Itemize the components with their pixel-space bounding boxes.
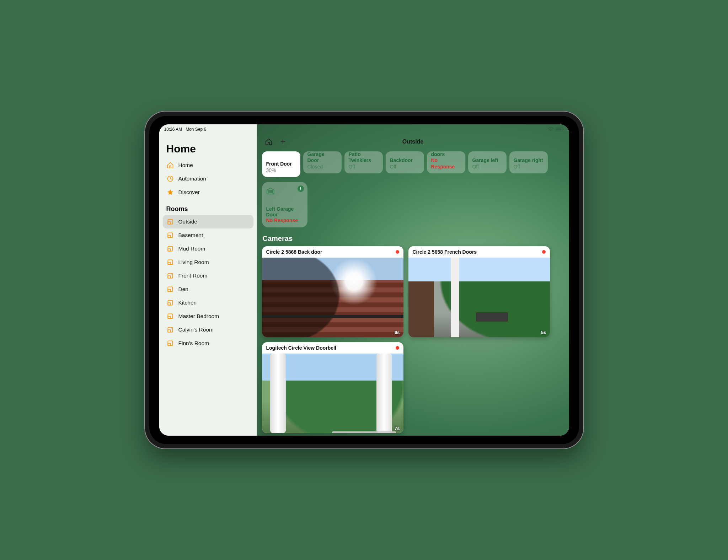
- accessory-status: Closed: [307, 164, 337, 170]
- room-item-label: Kitchen: [178, 300, 197, 306]
- accessory-status: No Response: [431, 157, 461, 170]
- accessory-tile[interactable]: Right Garage DoorClosed: [303, 151, 342, 173]
- camera-name: Logitech Circle View Doorbell: [266, 345, 336, 351]
- cameras-header: Cameras: [262, 230, 564, 246]
- status-date: Mon Sep 6: [186, 127, 206, 132]
- accessory-tile[interactable]: Front Door30%: [262, 151, 300, 177]
- nav-item-home[interactable]: Home: [163, 158, 253, 172]
- sidebar: Home HomeAutomationDiscover Rooms Outsid…: [159, 124, 257, 436]
- accessory-tile[interactable]: French doorsNo Response: [427, 151, 465, 173]
- accessory-name: Front Door: [266, 161, 296, 167]
- nav-item-label: Discover: [178, 189, 200, 195]
- room-item-living-room[interactable]: Living Room: [163, 255, 253, 269]
- accessory-name: Left Garage Door: [266, 206, 303, 217]
- nav-item-label: Automation: [178, 176, 206, 182]
- main-content: Outside Front Door30%Right Garage DoorCl…: [257, 124, 569, 436]
- accessory-name: Backdoor: [390, 157, 420, 164]
- camera-header: Logitech Circle View Doorbell: [262, 342, 403, 354]
- room-item-label: Living Room: [178, 259, 209, 265]
- camera-card[interactable]: Circle 2 5868 Back door9s: [262, 246, 403, 337]
- camera-feed[interactable]: 5s: [408, 258, 550, 337]
- topbar: Outside: [257, 132, 569, 151]
- room-item-label: Front Room: [178, 273, 208, 279]
- room-icon: [166, 245, 174, 253]
- accessory-status: Off: [472, 164, 502, 170]
- room-icon: [166, 231, 174, 239]
- ipad-bezel: 10:26 AM Mon Sep 6 Home HomeAutomationDi…: [149, 116, 579, 444]
- wifi-icon: [548, 127, 553, 131]
- camera-age: 7s: [395, 426, 400, 431]
- camera-header: Circle 2 5868 Back door: [262, 246, 403, 258]
- recording-indicator-icon: [396, 346, 399, 350]
- accessory-name: Right Garage Door: [307, 151, 337, 164]
- svg-rect-2: [556, 128, 561, 130]
- room-icon: [166, 285, 174, 293]
- status-time: 10:26 AM: [164, 127, 182, 132]
- ipad-frame: 10:26 AM Mon Sep 6 Home HomeAutomationDi…: [144, 111, 584, 449]
- recording-indicator-icon: [396, 250, 399, 254]
- room-icon: [166, 326, 174, 334]
- nav-item-discover[interactable]: Discover: [163, 185, 253, 199]
- room-item-master-bedroom[interactable]: Master Bedroom: [163, 309, 253, 323]
- room-item-label: Basement: [178, 232, 203, 238]
- accessory-status: Off: [349, 164, 379, 170]
- recording-indicator-icon: [542, 250, 546, 254]
- room-item-basement[interactable]: Basement: [163, 228, 253, 242]
- warning-badge: !: [298, 185, 304, 192]
- room-item-label: Mud Room: [178, 246, 205, 252]
- camera-card[interactable]: Circle 2 5658 French Doors5s: [408, 246, 550, 337]
- camera-age: 9s: [395, 330, 400, 335]
- battery-icon: [556, 127, 564, 131]
- accessory-status: No Response: [266, 217, 303, 223]
- accessory-status: 30%: [266, 167, 296, 174]
- camera-card[interactable]: Logitech Circle View Doorbell7s: [262, 342, 403, 433]
- accessory-status: Off: [390, 164, 420, 170]
- room-item-outside[interactable]: Outside: [163, 215, 253, 228]
- accessory-tile[interactable]: BackdoorOff: [386, 151, 424, 173]
- rooms-header: Rooms: [163, 199, 253, 215]
- room-item-calvin-s-room[interactable]: Calvin's Room: [163, 323, 253, 336]
- accessory-tile-large[interactable]: !Left Garage DoorNo Response: [262, 182, 307, 227]
- content-scroll[interactable]: Front Door30%Right Garage DoorClosedPati…: [257, 151, 569, 436]
- svg-rect-1: [563, 129, 564, 130]
- room-item-den[interactable]: Den: [163, 282, 253, 296]
- room-item-finn-s-room[interactable]: Finn's Room: [163, 336, 253, 350]
- accessory-name: Patio Twinklers: [349, 151, 379, 164]
- room-icon: [166, 312, 174, 320]
- add-button[interactable]: [278, 136, 288, 147]
- room-item-label: Outside: [178, 219, 197, 225]
- star-icon: [166, 188, 174, 196]
- accessory-tile[interactable]: Garage leftOff: [468, 151, 507, 173]
- room-item-front-room[interactable]: Front Room: [163, 269, 253, 282]
- camera-name: Circle 2 5658 French Doors: [413, 249, 477, 255]
- camera-feed[interactable]: 7s: [262, 354, 403, 433]
- screen: 10:26 AM Mon Sep 6 Home HomeAutomationDi…: [159, 124, 569, 436]
- nav-item-label: Home: [178, 162, 193, 168]
- camera-header: Circle 2 5658 French Doors: [408, 246, 550, 258]
- room-item-label: Finn's Room: [178, 340, 209, 346]
- nav-item-automation[interactable]: Automation: [163, 172, 253, 185]
- accessory-name: Garage right: [514, 157, 544, 164]
- room-icon: [166, 272, 174, 280]
- home-icon: [166, 161, 174, 169]
- accessory-tile[interactable]: Patio TwinklersOff: [344, 151, 383, 173]
- room-icon: [166, 299, 174, 307]
- home-button[interactable]: [263, 136, 274, 147]
- room-item-label: Master Bedroom: [178, 313, 219, 319]
- room-icon: [166, 258, 174, 266]
- room-icon: [166, 339, 174, 347]
- accessory-name: French doors: [431, 151, 461, 157]
- camera-name: Circle 2 5868 Back door: [266, 249, 322, 255]
- home-indicator[interactable]: [332, 431, 396, 433]
- room-icon: [166, 218, 174, 226]
- accessory-status: Off: [514, 164, 544, 170]
- accessory-name: Garage left: [472, 157, 502, 164]
- accessory-tile[interactable]: Garage rightOff: [509, 151, 548, 173]
- room-item-mud-room[interactable]: Mud Room: [163, 242, 253, 255]
- page-title: Outside: [257, 139, 569, 145]
- room-item-kitchen[interactable]: Kitchen: [163, 296, 253, 309]
- status-bar: 10:26 AM Mon Sep 6: [159, 124, 569, 133]
- room-item-label: Calvin's Room: [178, 327, 214, 333]
- camera-feed[interactable]: 9s: [262, 258, 403, 337]
- app-title: Home: [163, 136, 253, 158]
